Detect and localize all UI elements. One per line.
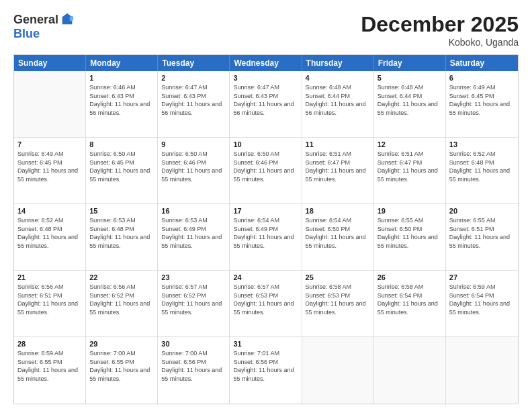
calendar-cell: 26Sunrise: 6:58 AMSunset: 6:54 PMDayligh…: [374, 271, 446, 336]
calendar-week-2: 7Sunrise: 6:49 AMSunset: 6:45 PMDaylight…: [14, 138, 518, 204]
day-number: 20: [449, 207, 515, 215]
day-info: Sunrise: 6:54 AMSunset: 6:49 PMDaylight:…: [233, 216, 298, 250]
calendar-cell: 7Sunrise: 6:49 AMSunset: 6:45 PMDaylight…: [14, 138, 86, 203]
day-number: 11: [306, 140, 370, 148]
day-number: 14: [17, 207, 82, 215]
calendar-cell: 18Sunrise: 6:54 AMSunset: 6:50 PMDayligh…: [302, 204, 374, 270]
day-info: Sunrise: 7:00 AMSunset: 6:56 PMDaylight:…: [161, 349, 226, 383]
day-info: Sunrise: 6:51 AMSunset: 6:47 PMDaylight:…: [378, 150, 442, 183]
calendar-location: Koboko, Uganda: [361, 37, 519, 48]
day-info: Sunrise: 6:49 AMSunset: 6:45 PMDaylight:…: [17, 150, 82, 183]
calendar-week-3: 14Sunrise: 6:52 AMSunset: 6:48 PMDayligh…: [14, 204, 518, 271]
calendar-cell: 2Sunrise: 6:47 AMSunset: 6:43 PMDaylight…: [158, 71, 230, 137]
calendar-cell: 1Sunrise: 6:46 AMSunset: 6:43 PMDaylight…: [86, 71, 158, 137]
calendar-cell: 11Sunrise: 6:51 AMSunset: 6:47 PMDayligh…: [302, 138, 374, 203]
calendar-week-5: 28Sunrise: 6:59 AMSunset: 6:55 PMDayligh…: [14, 337, 518, 404]
logo-general-text: General: [13, 13, 58, 27]
day-info: Sunrise: 6:49 AMSunset: 6:45 PMDaylight:…: [449, 83, 515, 117]
day-info: Sunrise: 6:55 AMSunset: 6:50 PMDaylight:…: [378, 216, 442, 250]
header-day-tuesday: Tuesday: [158, 55, 230, 71]
header-day-wednesday: Wednesday: [230, 55, 302, 71]
day-info: Sunrise: 6:58 AMSunset: 6:53 PMDaylight:…: [306, 283, 370, 316]
day-number: 15: [89, 207, 154, 215]
day-number: 4: [306, 74, 370, 82]
logo-icon: [60, 12, 75, 27]
day-number: 12: [378, 140, 442, 148]
calendar-cell: 8Sunrise: 6:50 AMSunset: 6:45 PMDaylight…: [86, 138, 158, 203]
calendar-cell: 27Sunrise: 6:59 AMSunset: 6:54 PMDayligh…: [446, 271, 518, 336]
day-number: 18: [306, 207, 370, 215]
calendar-week-4: 21Sunrise: 6:56 AMSunset: 6:51 PMDayligh…: [14, 271, 518, 337]
day-number: 28: [17, 340, 82, 348]
calendar-cell: [374, 337, 446, 404]
day-info: Sunrise: 6:58 AMSunset: 6:54 PMDaylight:…: [378, 283, 442, 316]
day-number: 10: [233, 140, 298, 148]
header-day-monday: Monday: [86, 55, 158, 71]
day-number: 30: [161, 340, 226, 348]
day-info: Sunrise: 6:59 AMSunset: 6:54 PMDaylight:…: [449, 283, 515, 316]
day-number: 27: [449, 273, 515, 281]
day-info: Sunrise: 6:54 AMSunset: 6:50 PMDaylight:…: [306, 216, 370, 250]
calendar-cell: 10Sunrise: 6:50 AMSunset: 6:46 PMDayligh…: [230, 138, 302, 203]
calendar-cell: 24Sunrise: 6:57 AMSunset: 6:53 PMDayligh…: [230, 271, 302, 336]
logo-blue-text: Blue: [13, 27, 40, 41]
calendar-cell: 13Sunrise: 6:52 AMSunset: 6:48 PMDayligh…: [446, 138, 518, 203]
day-number: 5: [378, 74, 442, 82]
day-info: Sunrise: 6:48 AMSunset: 6:44 PMDaylight:…: [306, 83, 370, 117]
day-number: 13: [449, 140, 515, 148]
day-info: Sunrise: 6:52 AMSunset: 6:48 PMDaylight:…: [17, 216, 82, 250]
calendar-cell: [14, 71, 86, 137]
day-number: 2: [161, 74, 226, 82]
calendar-title: December 2025: [361, 12, 519, 37]
calendar-cell: [446, 337, 518, 404]
day-number: 9: [161, 140, 226, 148]
calendar-cell: 17Sunrise: 6:54 AMSunset: 6:49 PMDayligh…: [230, 204, 302, 270]
header-day-saturday: Saturday: [446, 55, 518, 71]
day-info: Sunrise: 6:55 AMSunset: 6:51 PMDaylight:…: [449, 216, 515, 250]
day-info: Sunrise: 6:52 AMSunset: 6:48 PMDaylight:…: [449, 150, 515, 183]
calendar-cell: 28Sunrise: 6:59 AMSunset: 6:55 PMDayligh…: [14, 337, 86, 404]
day-number: 26: [378, 273, 442, 281]
day-number: 1: [89, 74, 154, 82]
day-number: 19: [378, 207, 442, 215]
day-number: 17: [233, 207, 298, 215]
day-info: Sunrise: 6:46 AMSunset: 6:43 PMDaylight:…: [89, 83, 154, 117]
day-info: Sunrise: 6:51 AMSunset: 6:47 PMDaylight:…: [306, 150, 370, 183]
calendar-cell: 20Sunrise: 6:55 AMSunset: 6:51 PMDayligh…: [446, 204, 518, 270]
day-number: 16: [161, 207, 226, 215]
day-number: 29: [89, 340, 154, 348]
logo: General Blue: [13, 12, 75, 41]
day-info: Sunrise: 6:59 AMSunset: 6:55 PMDaylight:…: [17, 349, 82, 383]
day-info: Sunrise: 6:50 AMSunset: 6:45 PMDaylight:…: [89, 150, 154, 183]
day-info: Sunrise: 6:53 AMSunset: 6:49 PMDaylight:…: [161, 216, 226, 250]
day-info: Sunrise: 6:50 AMSunset: 6:46 PMDaylight:…: [161, 150, 226, 183]
day-number: 6: [449, 74, 515, 82]
calendar-cell: 23Sunrise: 6:57 AMSunset: 6:52 PMDayligh…: [158, 271, 230, 336]
day-number: 24: [233, 273, 298, 281]
calendar-body: 1Sunrise: 6:46 AMSunset: 6:43 PMDaylight…: [14, 71, 518, 404]
calendar-cell: [302, 337, 374, 404]
calendar-cell: 14Sunrise: 6:52 AMSunset: 6:48 PMDayligh…: [14, 204, 86, 270]
calendar-cell: 21Sunrise: 6:56 AMSunset: 6:51 PMDayligh…: [14, 271, 86, 336]
calendar: SundayMondayTuesdayWednesdayThursdayFrid…: [13, 54, 519, 404]
calendar-cell: 3Sunrise: 6:47 AMSunset: 6:43 PMDaylight…: [230, 71, 302, 137]
day-info: Sunrise: 6:47 AMSunset: 6:43 PMDaylight:…: [233, 83, 298, 117]
day-number: 31: [233, 340, 298, 348]
calendar-header: SundayMondayTuesdayWednesdayThursdayFrid…: [14, 55, 518, 71]
day-info: Sunrise: 6:47 AMSunset: 6:43 PMDaylight:…: [161, 83, 226, 117]
calendar-cell: 22Sunrise: 6:56 AMSunset: 6:52 PMDayligh…: [86, 271, 158, 336]
title-section: December 2025 Koboko, Uganda: [361, 12, 519, 48]
header-day-sunday: Sunday: [14, 55, 86, 71]
calendar-cell: 29Sunrise: 7:00 AMSunset: 6:55 PMDayligh…: [86, 337, 158, 404]
calendar-cell: 15Sunrise: 6:53 AMSunset: 6:48 PMDayligh…: [86, 204, 158, 270]
calendar-cell: 19Sunrise: 6:55 AMSunset: 6:50 PMDayligh…: [374, 204, 446, 270]
day-info: Sunrise: 6:56 AMSunset: 6:51 PMDaylight:…: [17, 283, 82, 316]
calendar-cell: 25Sunrise: 6:58 AMSunset: 6:53 PMDayligh…: [302, 271, 374, 336]
day-info: Sunrise: 6:53 AMSunset: 6:48 PMDaylight:…: [89, 216, 154, 250]
header-day-thursday: Thursday: [302, 55, 374, 71]
header: General Blue December 2025 Koboko, Ugand…: [13, 12, 519, 48]
day-number: 23: [161, 273, 226, 281]
day-info: Sunrise: 6:57 AMSunset: 6:53 PMDaylight:…: [233, 283, 298, 316]
header-day-friday: Friday: [374, 55, 446, 71]
page: General Blue December 2025 Koboko, Ugand…: [0, 0, 532, 411]
